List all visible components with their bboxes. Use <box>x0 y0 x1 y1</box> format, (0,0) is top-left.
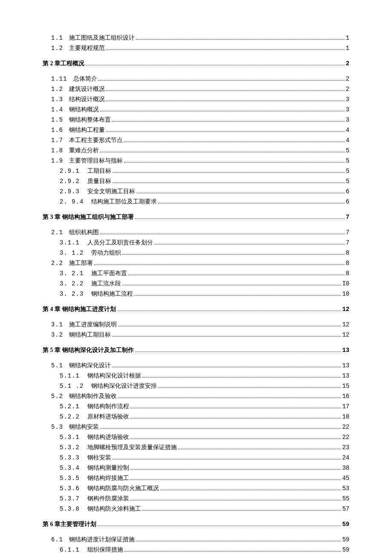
toc-entry-page: 59 <box>342 536 349 543</box>
toc-leader-dots <box>100 428 341 429</box>
toc-entry: 5.3.1钢结构进场验收22 <box>43 433 349 441</box>
toc-entry-page: 15 <box>342 383 349 389</box>
toc-entry-title: 钢结构安装 <box>69 423 99 431</box>
toc-entry-title: 钢结构深化设计根据 <box>87 372 141 380</box>
toc-entry-title: 钢结构进场验收 <box>87 433 129 441</box>
toc-leader-dots <box>86 65 345 65</box>
toc-leader-dots <box>135 352 341 352</box>
toc-entry-page: 38 <box>342 465 349 471</box>
toc-leader-dots <box>130 418 341 418</box>
toc-leader-dots <box>112 172 345 173</box>
toc-entry-page: 5 <box>346 168 349 174</box>
toc-entry-page: 18 <box>342 413 349 420</box>
toc-entry-title: 施工平面布置 <box>91 270 127 277</box>
toc-entry: 1.11总体简介2 <box>43 75 349 83</box>
toc-leader-dots <box>112 459 341 459</box>
toc-entry-title: 钢结构工程量 <box>69 126 105 134</box>
toc-entry-title: 施工图纸及施工组织设计 <box>69 34 135 42</box>
toc-entry-page: 13 <box>342 372 349 379</box>
toc-entry-title: 质量目标 <box>87 177 111 185</box>
toc-entry-title: 施工部署 <box>69 259 93 267</box>
toc-entry-title: 施工进度编制说明 <box>69 321 117 328</box>
toc-leader-dots <box>106 101 344 101</box>
toc-leader-dots <box>128 275 344 275</box>
toc-entry-page: 6 <box>346 198 349 205</box>
toc-leader-dots <box>118 326 341 326</box>
toc-entry-title: 钢结构工期目标 <box>69 331 111 339</box>
toc-entry-page: 12 <box>342 306 349 313</box>
toc-entry-number: 5.2.2 <box>60 413 80 420</box>
toc-entry: 1.4钢结构概况3 <box>43 106 349 113</box>
toc-entry-page: 24 <box>342 454 349 461</box>
toc-entry: 2.9.3安全文明施工目标6 <box>43 188 349 195</box>
toc-entry-title: 钢结构焊接施工 <box>87 474 129 482</box>
toc-entry: 3.1施工进度编制说明12 <box>43 321 349 328</box>
toc-entry-number: 1.8 <box>51 147 63 154</box>
toc-entry-title: 施工流水段 <box>91 280 121 288</box>
toc-entry-number: 2.9.3 <box>60 188 80 195</box>
toc-entry: 5.3.2地脚螺栓预埋及安装质量保证措施23 <box>43 444 349 451</box>
toc-leader-dots <box>112 336 341 337</box>
toc-entry-title: 组织保障措施 <box>87 546 123 554</box>
toc-entry-page: 59 <box>342 546 349 553</box>
toc-entry-page: 1 <box>346 45 349 52</box>
toc-leader-dots <box>124 142 344 142</box>
toc-entry-number: 2.9.2 <box>60 178 80 185</box>
toc-entry-number: 2. 9.4 <box>60 198 84 205</box>
toc-entry-title: 钢结构防火涂料施工 <box>87 505 141 513</box>
toc-entry-number: 5.1 .2 <box>60 383 84 389</box>
toc-entry-title: 钢结构测量控制 <box>87 464 129 472</box>
toc-leader-dots <box>160 490 341 490</box>
toc-leader-dots <box>106 131 344 132</box>
toc-entry-title: 本工程主要形式节点 <box>69 137 123 144</box>
toc-entry: 1.2建筑设计概况2 <box>43 85 349 93</box>
toc-leader-dots <box>94 264 344 265</box>
toc-entry-page: 5 <box>346 178 349 185</box>
toc-entry-number: 5.3.4 <box>60 465 80 471</box>
toc-entry-title: 钢结构深化设计 <box>69 362 111 369</box>
toc-entry-page: I0 <box>342 280 349 287</box>
toc-leader-dots <box>106 49 344 50</box>
toc-entry: 6.1.1组织保障措施59 <box>43 546 349 554</box>
toc-leader-dots <box>130 479 341 480</box>
toc-entry: 2.1组织机构图7 <box>43 229 349 236</box>
toc-entry: 2.2施工部署8 <box>43 259 349 267</box>
toc-entry-title: 地脚螺栓预埋及安装质量保证措施 <box>87 444 177 451</box>
toc-entry-page: 23 <box>342 444 349 451</box>
toc-leader-dots <box>124 162 344 163</box>
toc-entry-title: 原材料进场验收 <box>87 413 129 421</box>
toc-entry: 第 2 章工程概况2 <box>43 60 349 67</box>
toc-leader-dots <box>122 285 341 285</box>
toc-entry: 1.1施工图纸及施工组织设计1 <box>43 34 349 42</box>
toc-entry-number: 3. 1.2 <box>60 250 84 256</box>
toc-entry-title: 钢结构整体布置 <box>69 116 111 124</box>
toc-entry-number: 5.2.1 <box>60 403 80 410</box>
toc-entry: 1.2主要规程规范1 <box>43 44 349 52</box>
toc-leader-dots <box>136 541 341 541</box>
toc-entry-page: 8 <box>346 270 349 277</box>
toc-entry-number: 3. 2.2 <box>60 280 84 287</box>
toc-entry-page: 7 <box>346 214 349 221</box>
toc-entry-title: 第 2 章工程概况 <box>43 60 84 67</box>
toc-entry: 3. 2.2施工流水段I0 <box>43 280 349 288</box>
toc-entry: 3.1.1人员分工及职责任务划分7 <box>43 239 349 247</box>
toc-entry-title: 组织机构图 <box>69 229 99 236</box>
toc-entry-title: 钢结构制作及验收 <box>69 392 117 400</box>
toc-entry: 3. 2.3钢结构施工流程10 <box>43 290 349 298</box>
toc-entry-title: 第 6 章主要管理计划 <box>43 520 96 528</box>
toc-entry-number: 1.2 <box>51 86 63 93</box>
toc-leader-dots <box>130 408 341 408</box>
toc-entry: 3. 2.1施工平面布置8 <box>43 270 349 277</box>
toc-leader-dots <box>118 398 341 398</box>
toc-entry-number: 6.1.1 <box>60 546 80 553</box>
toc-entry-number: 1.2 <box>51 45 63 52</box>
toc-entry-page: 57 <box>342 506 349 512</box>
toc-leader-dots <box>130 439 341 439</box>
toc-entry: 5.3.3钢柱安装24 <box>43 454 349 462</box>
toc-entry-title: 第 3 章 钢结构施工组织与施工部署 <box>43 213 134 221</box>
toc-leader-dots <box>100 111 344 111</box>
toc-entry: 1.9主要管理目标与指标5 <box>43 157 349 165</box>
toc-leader-dots <box>106 90 344 91</box>
toc-entry: 5.2钢结构制作及验收16 <box>43 392 349 400</box>
toc-entry-page: 22 <box>342 434 349 441</box>
